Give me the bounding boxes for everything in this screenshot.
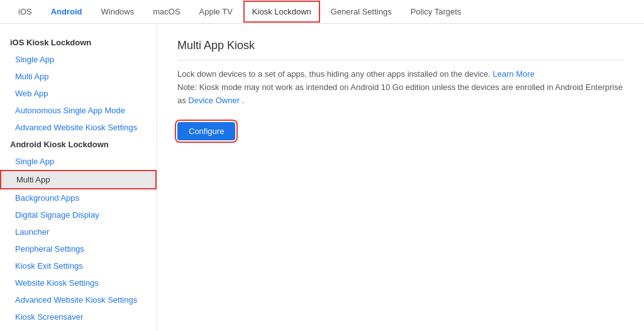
configure-button[interactable]: Configure xyxy=(177,122,235,140)
top-nav-item-android[interactable]: Android xyxy=(43,1,91,22)
top-nav-item-kiosk-lockdown[interactable]: Kiosk Lockdown xyxy=(243,1,320,23)
top-nav-item-general-settings[interactable]: General Settings xyxy=(323,1,400,22)
description: Lock down devices to a set of apps, thus… xyxy=(177,68,624,107)
description-end: . xyxy=(242,96,245,105)
main-layout: iOS Kiosk LockdownSingle AppMulti AppWeb… xyxy=(0,24,644,331)
sidebar-item-android-kiosk-exit[interactable]: Kiosk Exit Settings xyxy=(0,257,157,274)
sidebar-item-ios-autonomous[interactable]: Autonomous Single App Mode xyxy=(0,102,157,119)
sidebar-item-ios-single-app[interactable]: Single App xyxy=(0,51,157,68)
sidebar-item-android-background-apps[interactable]: Background Apps xyxy=(0,189,157,206)
sidebar-item-ios-web-app[interactable]: Web App xyxy=(0,85,157,102)
sidebar-item-android-single-app[interactable]: Single App xyxy=(0,153,157,170)
sidebar-item-ios-advanced-website[interactable]: Advanced Website Kiosk Settings xyxy=(0,119,157,136)
top-nav-item-appletv[interactable]: Apple TV xyxy=(191,1,241,22)
sidebar-item-android-multi-app[interactable]: Multi App xyxy=(0,170,157,189)
sidebar-item-android-peripheral[interactable]: Peripheral Settings xyxy=(0,240,157,257)
top-nav-item-macos[interactable]: macOS xyxy=(145,1,188,22)
main-content: Multi App Kiosk Lock down devices to a s… xyxy=(157,24,644,331)
top-nav-item-windows[interactable]: Windows xyxy=(93,1,143,22)
sidebar-item-android-kiosk-screensaver[interactable]: Kiosk Screensaver xyxy=(0,308,157,325)
page-title: Multi App Kiosk xyxy=(177,39,624,60)
sidebar-item-android-launcher[interactable]: Launcher xyxy=(0,223,157,240)
sidebar-item-android-digital-signage[interactable]: Digital Signage Display xyxy=(0,206,157,223)
sidebar: iOS Kiosk LockdownSingle AppMulti AppWeb… xyxy=(0,24,157,331)
sidebar-section-title: Android Kiosk Lockdown xyxy=(0,136,157,153)
device-owner-link[interactable]: Device Owner xyxy=(188,96,240,105)
learn-more-link[interactable]: Learn More xyxy=(493,69,535,79)
sidebar-item-android-advanced-website[interactable]: Advanced Website Kiosk Settings xyxy=(0,291,157,308)
top-nav-item-policy-targets[interactable]: Policy Targets xyxy=(402,1,470,22)
top-nav: iOSAndroidWindowsmacOSApple TVKiosk Lock… xyxy=(0,0,644,24)
description-text-1: Lock down devices to a set of apps, thus… xyxy=(177,69,491,79)
sidebar-item-android-website-kiosk[interactable]: Website Kiosk Settings xyxy=(0,274,157,291)
sidebar-item-ios-multi-app[interactable]: Multi App xyxy=(0,68,157,85)
top-nav-item-ios[interactable]: iOS xyxy=(10,1,40,22)
sidebar-section-title: iOS Kiosk Lockdown xyxy=(0,34,157,51)
